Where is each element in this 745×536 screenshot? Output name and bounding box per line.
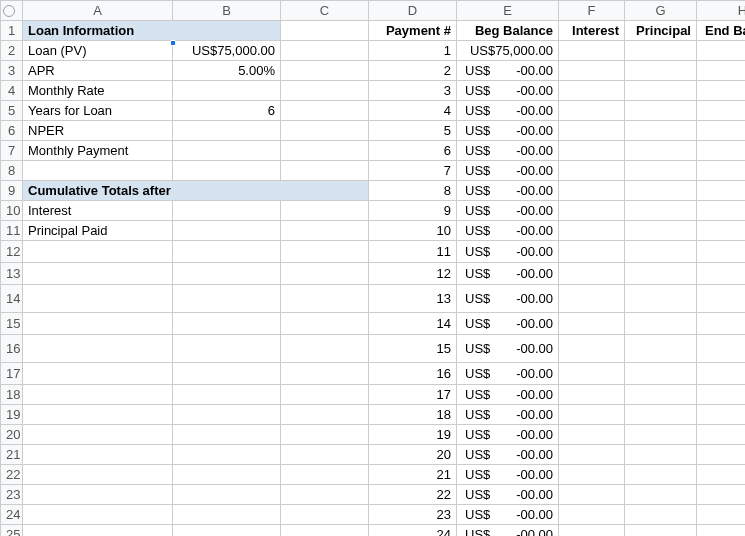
cell-E19[interactable]: US$-00.00	[457, 405, 559, 425]
cell-B4[interactable]	[173, 81, 281, 101]
cell-D24[interactable]: 23	[369, 505, 457, 525]
cell-A22[interactable]	[23, 465, 173, 485]
cell-G3[interactable]	[625, 61, 697, 81]
cell-F19[interactable]	[559, 405, 625, 425]
cell-B11[interactable]	[173, 221, 281, 241]
select-all-corner[interactable]	[1, 1, 23, 21]
cell-E11[interactable]: US$-00.00	[457, 221, 559, 241]
cell-F8[interactable]	[559, 161, 625, 181]
cell-G20[interactable]	[625, 425, 697, 445]
col-header-H[interactable]: H	[697, 1, 746, 21]
cell-H22[interactable]	[697, 465, 746, 485]
cell-H4[interactable]	[697, 81, 746, 101]
cell-F5[interactable]	[559, 101, 625, 121]
cell-F23[interactable]	[559, 485, 625, 505]
cell-G15[interactable]	[625, 313, 697, 335]
cell-B14[interactable]	[173, 285, 281, 313]
cell-H9[interactable]	[697, 181, 746, 201]
cell-F13[interactable]	[559, 263, 625, 285]
row-header-9[interactable]: 9	[1, 181, 23, 201]
row-header-3[interactable]: 3	[1, 61, 23, 81]
cell-H8[interactable]	[697, 161, 746, 181]
cell-G24[interactable]	[625, 505, 697, 525]
cell-D14[interactable]: 13	[369, 285, 457, 313]
cell-A19[interactable]	[23, 405, 173, 425]
cell-D11[interactable]: 10	[369, 221, 457, 241]
cell-H16[interactable]	[697, 335, 746, 363]
cell-D3[interactable]: 2	[369, 61, 457, 81]
cell-G19[interactable]	[625, 405, 697, 425]
cell-B18[interactable]	[173, 385, 281, 405]
cell-H10[interactable]	[697, 201, 746, 221]
cell-A9[interactable]: Cumulative Totals after Year 2	[23, 181, 173, 201]
cell-A16[interactable]	[23, 335, 173, 363]
row-header-13[interactable]: 13	[1, 263, 23, 285]
cell-A18[interactable]	[23, 385, 173, 405]
cell-F18[interactable]	[559, 385, 625, 405]
cell-F17[interactable]	[559, 363, 625, 385]
cell-E17[interactable]: US$-00.00	[457, 363, 559, 385]
cell-E24[interactable]: US$-00.00	[457, 505, 559, 525]
cell-D15[interactable]: 14	[369, 313, 457, 335]
cell-B12[interactable]	[173, 241, 281, 263]
cell-C3[interactable]	[281, 61, 369, 81]
cell-F25[interactable]	[559, 525, 625, 537]
cell-A15[interactable]	[23, 313, 173, 335]
cell-F12[interactable]	[559, 241, 625, 263]
col-header-A[interactable]: A	[23, 1, 173, 21]
cell-F2[interactable]	[559, 41, 625, 61]
row-header-10[interactable]: 10	[1, 201, 23, 221]
cell-E15[interactable]: US$-00.00	[457, 313, 559, 335]
cell-B10[interactable]	[173, 201, 281, 221]
cell-B17[interactable]	[173, 363, 281, 385]
cell-G18[interactable]	[625, 385, 697, 405]
cell-B5[interactable]: 6	[173, 101, 281, 121]
cell-F24[interactable]	[559, 505, 625, 525]
cell-C13[interactable]	[281, 263, 369, 285]
cell-A13[interactable]	[23, 263, 173, 285]
row-header-22[interactable]: 22	[1, 465, 23, 485]
row-header-12[interactable]: 12	[1, 241, 23, 263]
cell-G4[interactable]	[625, 81, 697, 101]
cell-C5[interactable]	[281, 101, 369, 121]
cell-E16[interactable]: US$-00.00	[457, 335, 559, 363]
cell-G11[interactable]	[625, 221, 697, 241]
cell-E7[interactable]: US$-00.00	[457, 141, 559, 161]
cell-G25[interactable]	[625, 525, 697, 537]
col-header-B[interactable]: B	[173, 1, 281, 21]
cell-A4[interactable]: Monthly Rate	[23, 81, 173, 101]
cell-H23[interactable]	[697, 485, 746, 505]
col-header-G[interactable]: G	[625, 1, 697, 21]
cell-H11[interactable]	[697, 221, 746, 241]
cell-D20[interactable]: 19	[369, 425, 457, 445]
cell-H13[interactable]	[697, 263, 746, 285]
row-header-18[interactable]: 18	[1, 385, 23, 405]
cell-D2[interactable]: 1	[369, 41, 457, 61]
cell-A17[interactable]	[23, 363, 173, 385]
cell-C1[interactable]	[281, 21, 369, 41]
cell-B23[interactable]	[173, 485, 281, 505]
cell-A2[interactable]: Loan (PV)	[23, 41, 173, 61]
cell-F9[interactable]	[559, 181, 625, 201]
cell-D18[interactable]: 17	[369, 385, 457, 405]
cell-G5[interactable]	[625, 101, 697, 121]
cell-C24[interactable]	[281, 505, 369, 525]
cell-E23[interactable]: US$-00.00	[457, 485, 559, 505]
cell-H18[interactable]	[697, 385, 746, 405]
cell-G16[interactable]	[625, 335, 697, 363]
cell-F4[interactable]	[559, 81, 625, 101]
cell-E4[interactable]: US$-00.00	[457, 81, 559, 101]
cell-C12[interactable]	[281, 241, 369, 263]
cell-H6[interactable]	[697, 121, 746, 141]
cell-E20[interactable]: US$-00.00	[457, 425, 559, 445]
cell-G21[interactable]	[625, 445, 697, 465]
cell-D22[interactable]: 21	[369, 465, 457, 485]
cell-H5[interactable]	[697, 101, 746, 121]
cell-F16[interactable]	[559, 335, 625, 363]
cell-C7[interactable]	[281, 141, 369, 161]
row-header-6[interactable]: 6	[1, 121, 23, 141]
cell-C15[interactable]	[281, 313, 369, 335]
cell-G8[interactable]	[625, 161, 697, 181]
cell-D8[interactable]: 7	[369, 161, 457, 181]
cell-A3[interactable]: APR	[23, 61, 173, 81]
